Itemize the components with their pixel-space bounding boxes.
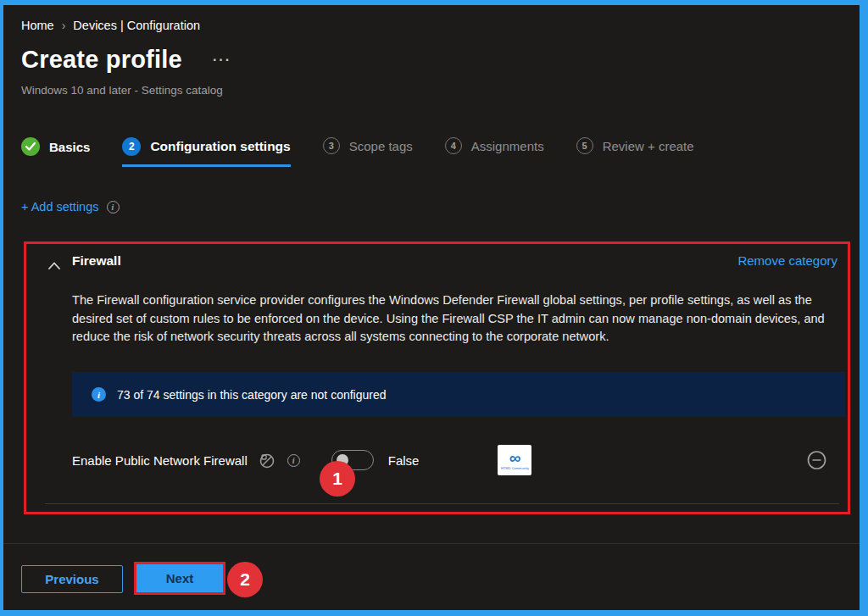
- tab-scope-tags-label: Scope tags: [349, 139, 413, 153]
- tab-assignments[interactable]: 4 Assignments: [445, 137, 544, 165]
- tab-scope-tags[interactable]: 3 Scope tags: [323, 137, 413, 165]
- breadcrumb: Home › Devices | Configuration: [21, 19, 200, 32]
- previous-button[interactable]: Previous: [21, 565, 123, 593]
- category-title: Firewall: [72, 253, 121, 269]
- tab-review-create[interactable]: 5 Review + create: [576, 137, 694, 165]
- firewall-category-panel: Firewall Remove category The Firewall co…: [24, 241, 850, 514]
- breadcrumb-home[interactable]: Home: [21, 19, 54, 32]
- breadcrumb-separator-icon: ›: [62, 19, 66, 32]
- step-2-badge: 2: [122, 137, 141, 156]
- breadcrumb-devices-configuration[interactable]: Devices | Configuration: [73, 19, 200, 32]
- logo-caption: HTMD Community: [501, 467, 529, 470]
- setting-row-divider: [45, 503, 839, 504]
- category-description: The Firewall configuration service provi…: [72, 291, 842, 347]
- step-3-badge: 3: [323, 137, 340, 154]
- screenshot-blue-frame: Home › Devices | Configuration Create pr…: [0, 0, 868, 616]
- setting-row-enable-public-network-firewall: Enable Public Network Firewall i False ∞…: [72, 446, 836, 474]
- logo-glyph: ∞: [509, 450, 521, 466]
- info-icon: i: [107, 201, 120, 214]
- tab-basics[interactable]: Basics: [21, 137, 90, 167]
- step-4-badge: 4: [445, 137, 462, 154]
- tab-configuration-settings-label: Configuration settings: [150, 139, 290, 154]
- setting-label: Enable Public Network Firewall: [72, 453, 248, 468]
- settings-info-banner: i 73 of 74 settings in this category are…: [72, 372, 845, 417]
- remove-category-link[interactable]: Remove category: [737, 253, 837, 268]
- add-settings-link[interactable]: + Add settings i: [21, 200, 120, 214]
- page-title: Create profile: [21, 46, 182, 74]
- info-filled-icon: i: [92, 387, 106, 402]
- footer-divider: [3, 543, 860, 544]
- next-button[interactable]: Next: [136, 564, 223, 592]
- tag-icon[interactable]: [259, 452, 275, 469]
- chevron-up-icon[interactable]: [48, 258, 60, 265]
- tab-basics-label: Basics: [49, 140, 90, 154]
- next-button-highlight-box: Next: [134, 562, 225, 595]
- tab-assignments-label: Assignments: [471, 139, 544, 153]
- step-5-badge: 5: [576, 137, 593, 154]
- wizard-steps: Basics 2 Configuration settings 3 Scope …: [21, 137, 694, 167]
- info-banner-text: 73 of 74 settings in this category are n…: [117, 388, 387, 402]
- create-profile-page: Home › Devices | Configuration Create pr…: [3, 5, 860, 610]
- toggle-value-label: False: [388, 453, 420, 468]
- add-settings-label: + Add settings: [21, 200, 99, 214]
- annotation-badge-2: 2: [227, 562, 263, 597]
- more-menu-icon[interactable]: ···: [213, 53, 231, 68]
- htmd-community-logo: ∞ HTMD Community: [498, 445, 531, 475]
- check-icon: [21, 137, 40, 156]
- tab-configuration-settings[interactable]: 2 Configuration settings: [122, 137, 290, 167]
- page-subtitle: Windows 10 and later - Settings catalog: [21, 84, 223, 97]
- remove-setting-icon[interactable]: [807, 451, 826, 470]
- tab-review-create-label: Review + create: [603, 139, 694, 153]
- setting-info-icon[interactable]: i: [287, 454, 300, 467]
- annotation-badge-1: 1: [320, 461, 355, 497]
